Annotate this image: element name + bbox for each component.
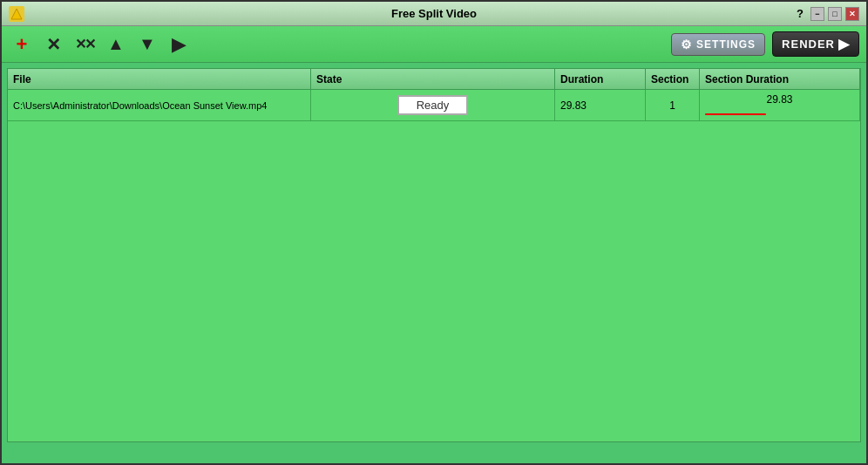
- title-bar-left: [9, 6, 24, 22]
- minimize-button[interactable]: −: [810, 7, 824, 21]
- cell-file: C:\Users\Administrator\Downloads\Ocean S…: [8, 90, 311, 120]
- down-arrow-icon: ▼: [139, 34, 156, 54]
- add-button[interactable]: +: [9, 31, 35, 58]
- header-duration: Duration: [555, 69, 646, 89]
- settings-gear-icon: ⚙: [681, 38, 693, 51]
- restore-button[interactable]: □: [828, 7, 842, 21]
- move-up-button[interactable]: ▲: [103, 31, 129, 58]
- file-table: File State Duration Section Section Dura…: [7, 68, 861, 442]
- help-button[interactable]: ?: [793, 7, 807, 21]
- header-section-duration: Section Duration: [700, 69, 860, 89]
- red-underline-decoration: [705, 113, 766, 115]
- render-label: RENDER: [782, 38, 835, 51]
- x-icon: ✕: [46, 34, 61, 55]
- remove-all-button[interactable]: ✕✕: [71, 31, 98, 58]
- cell-section-duration[interactable]: 29.83: [700, 90, 860, 120]
- remove-button[interactable]: ✕: [40, 31, 66, 58]
- title-bar: Free Split Video ? − □ ✕: [2, 2, 866, 26]
- section-dur-value: 29.83: [766, 93, 792, 106]
- toolbar-right: ⚙ SETTINGS RENDER ▶: [671, 31, 859, 57]
- svg-marker-0: [11, 9, 22, 19]
- state-indicator: Ready: [397, 95, 469, 115]
- title-bar-controls: ? − □ ✕: [790, 7, 859, 21]
- settings-button[interactable]: ⚙ SETTINGS: [671, 33, 765, 56]
- plus-icon: +: [17, 35, 28, 54]
- render-button[interactable]: RENDER ▶: [772, 31, 859, 57]
- play-button[interactable]: ▶: [166, 31, 192, 58]
- header-state: State: [311, 69, 555, 89]
- close-button[interactable]: ✕: [845, 7, 859, 21]
- app-icon: [9, 6, 24, 22]
- header-file: File: [8, 69, 311, 89]
- cell-duration: 29.83: [555, 90, 646, 120]
- table-header: File State Duration Section Section Dura…: [8, 69, 860, 90]
- cell-section: 1: [646, 90, 700, 120]
- cell-state: Ready: [311, 90, 555, 120]
- xx-icon: ✕✕: [75, 36, 94, 52]
- render-icon: ▶: [838, 36, 850, 52]
- toolbar: + ✕ ✕✕ ▲ ▼ ▶ ⚙ SETTINGS RENDER ▶: [2, 26, 866, 63]
- play-icon: ▶: [172, 33, 186, 56]
- header-section: Section: [646, 69, 700, 89]
- table-row[interactable]: C:\Users\Administrator\Downloads\Ocean S…: [8, 90, 860, 121]
- up-arrow-icon: ▲: [107, 34, 125, 54]
- move-down-button[interactable]: ▼: [134, 31, 160, 58]
- app-title: Free Split Video: [391, 7, 477, 20]
- settings-label: SETTINGS: [696, 38, 756, 51]
